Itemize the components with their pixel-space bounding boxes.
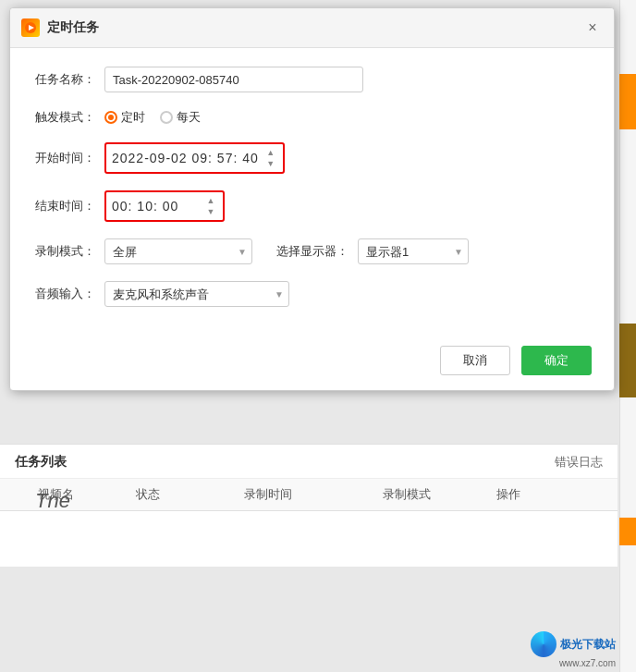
start-time-label: 开始时间：: [32, 150, 95, 166]
radio-timed[interactable]: 定时: [104, 109, 145, 126]
start-time-spinner[interactable]: ▲ ▼: [264, 147, 277, 169]
dialog-body: 任务名称： 触发模式： 定时 每天 开始时间： 2022-09-02 09: 5…: [10, 48, 614, 338]
display-select[interactable]: 显示器1 显示器2: [358, 238, 469, 264]
sidebar-brown-accent: [619, 324, 636, 397]
radio-daily[interactable]: 每天: [160, 109, 201, 126]
dialog-title: 定时任务: [47, 19, 582, 36]
task-name-input[interactable]: [104, 67, 363, 92]
display-label: 选择显示器：: [267, 243, 349, 260]
radio-daily-label: 每天: [177, 109, 201, 126]
trigger-mode-label: 触发模式：: [32, 109, 95, 126]
confirm-button[interactable]: 确定: [521, 346, 592, 375]
task-panel-header: 任务列表 错误日志: [0, 445, 618, 479]
end-time-input[interactable]: 00: 10: 00 ▲ ▼: [104, 190, 225, 222]
start-time-input[interactable]: 2022-09-02 09: 57: 40 ▲ ▼: [104, 142, 285, 174]
trigger-radio-group: 定时 每天: [104, 109, 201, 126]
record-mode-group: 录制模式： 全屏 窗口 区域 ▼: [32, 238, 252, 264]
dialog-footer: 取消 确定: [10, 338, 614, 390]
radio-timed-label: 定时: [121, 109, 145, 126]
audio-label: 音频输入：: [32, 286, 95, 302]
end-time-value: 00: 10: 00: [112, 199, 199, 214]
start-time-down[interactable]: ▼: [264, 158, 277, 169]
scheduled-task-dialog: 定时任务 × 任务名称： 触发模式： 定时 每天 开: [9, 7, 615, 391]
radio-daily-circle: [160, 111, 173, 124]
watermark-icon: [531, 631, 556, 657]
task-name-row: 任务名称：: [32, 67, 592, 92]
dialog-titlebar: 定时任务 ×: [10, 8, 614, 48]
table-body-empty: [0, 511, 618, 567]
start-time-value: 2022-09-02 09: 57: 40: [112, 151, 259, 165]
trigger-mode-row: 触发模式： 定时 每天: [32, 109, 592, 126]
task-name-label: 任务名称：: [32, 71, 95, 88]
tne-text: Tne: [35, 489, 70, 513]
task-list-title: 任务列表: [15, 454, 67, 470]
watermark-site: 极光下载站: [560, 637, 616, 653]
start-time-row: 开始时间： 2022-09-02 09: 57: 40 ▲ ▼: [32, 142, 592, 174]
end-time-label: 结束时间：: [32, 198, 95, 214]
radio-timed-circle: [104, 111, 117, 124]
right-sidebar: [619, 0, 636, 672]
table-header: 视频名 状态 录制时间 录制模式 操作: [0, 479, 618, 511]
col-header-mode: 录制模式: [351, 486, 462, 503]
col-header-time: 录制时间: [185, 486, 351, 503]
cancel-button[interactable]: 取消: [440, 346, 510, 375]
error-log-link[interactable]: 错误日志: [555, 454, 603, 470]
end-time-row: 结束时间： 00: 10: 00 ▲ ▼: [32, 190, 592, 222]
watermark: 极光下载站 www.xz7.com: [531, 631, 616, 668]
audio-select[interactable]: 麦克风和系统声音 麦克风 系统声音 无: [104, 281, 289, 307]
col-header-op: 操作: [462, 486, 555, 503]
record-display-row: 录制模式： 全屏 窗口 区域 ▼ 选择显示器： 显示器1 显示器2: [32, 238, 592, 264]
display-wrapper: 显示器1 显示器2 ▼: [358, 238, 469, 264]
col-header-status: 状态: [111, 486, 185, 503]
record-mode-wrapper: 全屏 窗口 区域 ▼: [104, 238, 252, 264]
end-time-up[interactable]: ▲: [204, 195, 217, 206]
bottom-panel: 任务列表 错误日志 视频名 状态 录制时间 录制模式 操作: [0, 444, 618, 567]
audio-row: 音频输入： 麦克风和系统声音 麦克风 系统声音 无 ▼: [32, 281, 592, 307]
audio-wrapper: 麦克风和系统声音 麦克风 系统声音 无 ▼: [104, 281, 289, 307]
sidebar-orange-accent: [619, 74, 636, 129]
end-time-spinner[interactable]: ▲ ▼: [204, 195, 217, 217]
record-mode-label: 录制模式：: [32, 243, 95, 260]
end-time-down[interactable]: ▼: [204, 206, 217, 217]
close-button[interactable]: ×: [582, 18, 603, 38]
sidebar-orange2-accent: [619, 518, 636, 545]
record-mode-select[interactable]: 全屏 窗口 区域: [104, 238, 252, 264]
watermark-logo: 极光下载站: [531, 631, 616, 657]
display-selector-group: 选择显示器： 显示器1 显示器2 ▼: [267, 238, 469, 264]
app-icon: [21, 18, 40, 37]
watermark-url: www.xz7.com: [559, 658, 616, 668]
start-time-up[interactable]: ▲: [264, 147, 277, 158]
